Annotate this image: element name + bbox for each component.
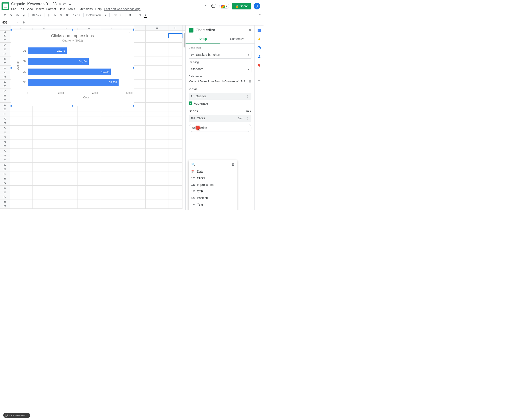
redo-button[interactable]: ↷ <box>8 12 14 18</box>
cell[interactable] <box>146 126 168 130</box>
checkbox-checked-icon[interactable]: ✓ <box>189 101 192 105</box>
row-header[interactable]: 54 <box>0 43 10 47</box>
cell[interactable] <box>78 144 100 149</box>
cell[interactable] <box>168 190 183 195</box>
cell[interactable] <box>123 144 146 149</box>
row-header[interactable]: 86 <box>0 190 10 195</box>
cell[interactable] <box>123 177 146 181</box>
cell[interactable] <box>168 195 183 199</box>
close-icon[interactable]: ✕ <box>248 28 252 33</box>
cell[interactable] <box>55 167 78 172</box>
menu-help[interactable]: Help <box>95 7 102 11</box>
cell[interactable] <box>168 116 183 121</box>
cell[interactable] <box>33 153 55 158</box>
cell[interactable] <box>33 199 55 204</box>
row-header[interactable]: 55 <box>0 47 10 52</box>
row-header[interactable]: 85 <box>0 186 10 190</box>
row-header[interactable]: 89 <box>0 204 10 209</box>
cell[interactable] <box>146 149 168 153</box>
cell[interactable] <box>146 167 168 172</box>
dropdown-item[interactable]: 📅Date <box>189 168 237 175</box>
chart-object[interactable]: ⋮ Clicks and Impressions Quarterly (2022… <box>11 30 134 106</box>
cell[interactable] <box>100 149 123 153</box>
name-box[interactable]: H52▼ <box>0 19 21 25</box>
cell[interactable] <box>146 52 168 56</box>
cell[interactable] <box>146 190 168 195</box>
currency-button[interactable]: $ <box>46 12 51 18</box>
cell[interactable] <box>55 153 78 158</box>
chart-menu-icon[interactable]: ⋮ <box>128 32 132 36</box>
menu-insert[interactable]: Insert <box>36 7 44 11</box>
cell[interactable] <box>78 186 100 190</box>
cell[interactable] <box>100 158 123 163</box>
row-header[interactable]: 72 <box>0 126 10 130</box>
cell[interactable] <box>55 195 78 199</box>
cell[interactable] <box>78 172 100 177</box>
cell[interactable] <box>146 112 168 116</box>
move-icon[interactable]: 🗀 <box>63 2 66 6</box>
row-header[interactable]: 82 <box>0 172 10 177</box>
col-header-G[interactable]: G <box>146 25 168 30</box>
cell[interactable] <box>55 190 78 195</box>
collapse-toolbar-icon[interactable]: ⌃ <box>258 13 261 17</box>
paint-format-button[interactable]: 🖌 <box>21 12 27 18</box>
cell[interactable] <box>123 126 146 130</box>
cell[interactable] <box>55 144 78 149</box>
zoom-select[interactable]: 100%▼ <box>31 13 43 17</box>
row-header[interactable]: 70 <box>0 116 10 121</box>
dropdown-item[interactable]: 123Position <box>189 195 237 201</box>
cell[interactable] <box>55 149 78 153</box>
cell[interactable] <box>146 79 168 84</box>
cell[interactable] <box>123 204 146 209</box>
font-select[interactable]: Default (Ari...▼ <box>85 13 108 17</box>
cell[interactable] <box>10 140 33 144</box>
cell[interactable] <box>78 158 100 163</box>
dropdown-item[interactable]: 123Month <box>189 208 237 210</box>
cell[interactable] <box>146 195 168 199</box>
cell[interactable] <box>168 79 183 84</box>
cell[interactable] <box>33 144 55 149</box>
cell[interactable] <box>78 130 100 135</box>
cell[interactable] <box>78 112 100 116</box>
add-icon[interactable]: + <box>257 78 262 83</box>
cell[interactable] <box>55 204 78 209</box>
cell[interactable] <box>10 135 33 140</box>
share-button[interactable]: 🔒 Share <box>232 3 251 10</box>
format-number-button[interactable]: 123▼ <box>72 12 82 18</box>
cell[interactable] <box>33 158 55 163</box>
cell[interactable] <box>78 181 100 186</box>
cell[interactable] <box>123 153 146 158</box>
cell[interactable] <box>78 177 100 181</box>
last-edit[interactable]: Last edit was seconds ago <box>104 7 141 11</box>
dropdown-item[interactable]: 123Clicks <box>189 175 237 181</box>
row-header[interactable]: 65 <box>0 93 10 98</box>
cell[interactable] <box>146 158 168 163</box>
cell[interactable] <box>168 93 183 98</box>
menu-tools[interactable]: Tools <box>68 7 75 11</box>
row-header[interactable]: 69 <box>0 112 10 116</box>
cell[interactable] <box>168 144 183 149</box>
cell[interactable] <box>168 31 183 33</box>
cell[interactable] <box>146 144 168 149</box>
more-tools-button[interactable]: ⋯ <box>149 12 154 18</box>
cell[interactable] <box>100 181 123 186</box>
cell[interactable] <box>33 167 55 172</box>
more-icon[interactable]: ⋮ <box>246 94 249 98</box>
cell[interactable] <box>55 112 78 116</box>
cell[interactable] <box>78 199 100 204</box>
cell[interactable] <box>168 112 183 116</box>
row-header[interactable]: 60 <box>0 70 10 75</box>
cell[interactable] <box>168 153 183 158</box>
cell[interactable] <box>10 130 33 135</box>
add-series-button[interactable]: Add Series ↖ <box>189 124 252 132</box>
cell[interactable] <box>55 130 78 135</box>
cell[interactable] <box>146 177 168 181</box>
cell[interactable] <box>100 199 123 204</box>
menu-format[interactable]: Format <box>46 7 56 11</box>
row-header[interactable]: 61 <box>0 75 10 79</box>
cell[interactable] <box>55 181 78 186</box>
cell[interactable] <box>33 135 55 140</box>
row-header[interactable]: 87 <box>0 195 10 199</box>
cell[interactable] <box>10 172 33 177</box>
cell[interactable] <box>100 177 123 181</box>
